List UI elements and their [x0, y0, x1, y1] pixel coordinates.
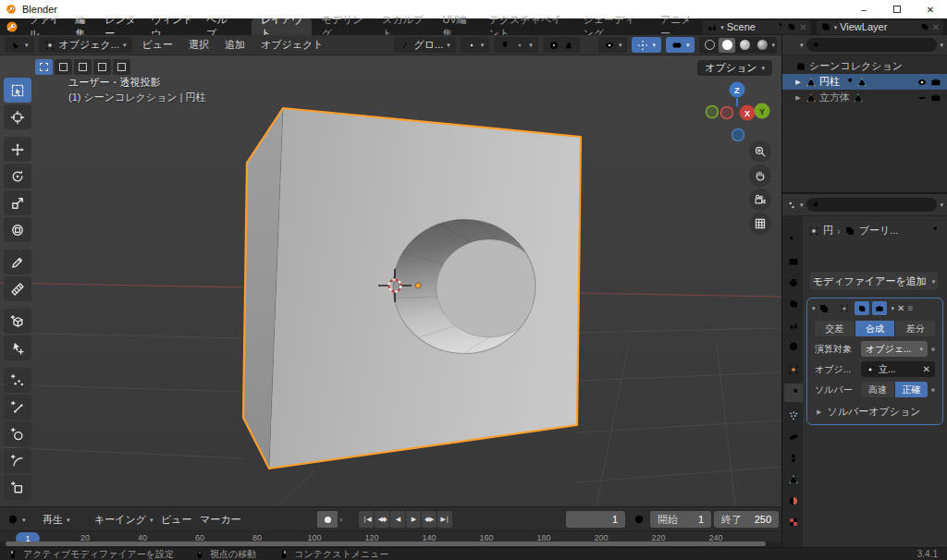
- solver-options-subpanel[interactable]: ▶ ソルバーオプション: [817, 405, 935, 419]
- disable-render-camera-icon[interactable]: [930, 92, 941, 103]
- tab-view-layer[interactable]: [784, 295, 803, 313]
- workspace-tab-texpaint[interactable]: テクスチャペイント: [480, 18, 574, 35]
- close-button[interactable]: ✕: [914, 0, 947, 18]
- breadcrumb-modifier[interactable]: ブーリ...: [859, 224, 899, 237]
- pin-icon[interactable]: [929, 225, 940, 237]
- jump-to-end-button[interactable]: ▶❘: [437, 511, 452, 528]
- extras-dropdown-icon[interactable]: ▾: [892, 305, 895, 311]
- select-mode-extend[interactable]: [74, 59, 92, 75]
- tool-3d-cursor[interactable]: [4, 104, 31, 129]
- tool-add-line[interactable]: [4, 395, 31, 420]
- marker-menu[interactable]: マーカー: [194, 507, 247, 531]
- tab-particles[interactable]: [784, 407, 803, 425]
- pivot-point-selector[interactable]: ▾: [461, 37, 490, 53]
- editor-type-button[interactable]: ▾: [5, 37, 34, 53]
- operation-union[interactable]: 合成: [855, 321, 896, 336]
- timeline-view-menu[interactable]: ビュー: [155, 507, 198, 531]
- scene-selector[interactable]: ▾ Scene ✕: [703, 20, 810, 34]
- shading-solid-button[interactable]: [719, 38, 735, 53]
- add-modifier-button[interactable]: モディファイアーを追加 ▾: [810, 272, 938, 290]
- copy-scene-icon[interactable]: [787, 22, 796, 31]
- next-keyframe-button[interactable]: ◆▶: [422, 511, 437, 528]
- breadcrumb-object[interactable]: 円: [823, 224, 833, 237]
- keying-menu[interactable]: キーイング ▾: [89, 507, 159, 531]
- play-button[interactable]: ▶: [406, 511, 421, 528]
- tool-transform[interactable]: [4, 217, 31, 242]
- outliner-row-collection[interactable]: シーンコレクション: [782, 58, 947, 74]
- copy-view-layer-icon[interactable]: [920, 22, 929, 31]
- outliner-display-mode-icon[interactable]: [786, 40, 797, 51]
- play-reverse-button[interactable]: ◀: [390, 511, 405, 528]
- pin-icon[interactable]: [775, 22, 784, 31]
- outliner-row-cube[interactable]: ▶ 立方体: [782, 90, 947, 105]
- tab-object-data[interactable]: [784, 470, 803, 489]
- zoom-view-button[interactable]: [749, 140, 771, 163]
- operation-difference[interactable]: 差分: [895, 321, 935, 336]
- filter-dropdown-icon[interactable]: ▾: [940, 201, 943, 208]
- mode-selector[interactable]: オブジェク... ▾: [39, 37, 132, 53]
- prev-keyframe-button[interactable]: ◀◆: [375, 511, 389, 528]
- viewport-options-dropdown[interactable]: オプション ▾: [697, 60, 772, 76]
- 3d-viewport[interactable]: X Y Z オプション ▾ ユーザー・透視投影 (1) シーンコレクション | …: [0, 55, 781, 506]
- view-layer-name[interactable]: ViewLayer: [840, 21, 916, 32]
- tab-object[interactable]: [784, 360, 803, 379]
- filter-dropdown-icon[interactable]: ▾: [940, 42, 943, 48]
- tool-measure[interactable]: [4, 276, 31, 301]
- overlays-toggle[interactable]: ▾: [666, 37, 695, 53]
- animate-dot[interactable]: [931, 388, 935, 392]
- camera-view-button[interactable]: [749, 189, 771, 211]
- solver-exact[interactable]: 正確: [895, 382, 929, 397]
- tab-physics[interactable]: [784, 428, 803, 446]
- realtime-display-toggle[interactable]: [855, 301, 869, 315]
- shading-wireframe-button[interactable]: [701, 38, 718, 53]
- axis-neg-z-ball[interactable]: [732, 129, 744, 141]
- outliner-search-input[interactable]: [806, 38, 938, 52]
- select-mode-subtract[interactable]: [93, 59, 111, 75]
- jump-to-start-button[interactable]: ❘◀: [359, 511, 374, 528]
- disclosure-icon[interactable]: ▶: [793, 79, 803, 86]
- disable-render-camera-icon[interactable]: [930, 77, 941, 88]
- disclosure-icon[interactable]: ▶: [793, 94, 803, 102]
- axis-gizmo[interactable]: X Y Z: [707, 82, 770, 141]
- object-visibility-dropdown[interactable]: ▾: [598, 37, 628, 53]
- auto-keyframe-button[interactable]: [317, 511, 338, 528]
- transform-orientation-selector[interactable]: グロ... ▾: [394, 37, 456, 53]
- timeline-ruler[interactable]: 1 20 40 60 80 100 120 140 160 180 200 22…: [0, 530, 781, 547]
- maximize-button[interactable]: [880, 0, 914, 18]
- operand-type-dropdown[interactable]: オブジェ... ▾: [861, 341, 928, 357]
- hidden-eye-closed-icon[interactable]: [916, 92, 928, 103]
- shading-material-button[interactable]: [736, 38, 753, 53]
- frame-end-field[interactable]: 終了 250: [714, 511, 779, 528]
- tab-world[interactable]: [784, 337, 803, 356]
- tool-select-box[interactable]: [4, 78, 31, 103]
- menu-view[interactable]: ビュー: [137, 38, 179, 52]
- blender-menu-icon[interactable]: [6, 20, 18, 33]
- tool-tweak[interactable]: [4, 335, 31, 360]
- menu-object[interactable]: オブジェクト: [255, 38, 329, 52]
- workspace-tab-uv[interactable]: UV編集: [433, 18, 479, 35]
- workspace-tab-shading[interactable]: シェーディング: [574, 18, 652, 35]
- workspace-tab-sculpting[interactable]: スカルプト: [373, 18, 434, 35]
- tool-annotate[interactable]: [4, 250, 31, 274]
- shading-rendered-button[interactable]: [754, 38, 770, 53]
- tool-add-arc[interactable]: [4, 448, 31, 473]
- outliner-row-cylinder[interactable]: ▶ 円柱: [782, 74, 947, 90]
- tool-add-vertex[interactable]: [4, 368, 31, 393]
- select-mode-new[interactable]: [55, 59, 72, 75]
- frame-start-field[interactable]: 開始 1: [650, 511, 711, 528]
- delete-modifier-icon[interactable]: ✕: [897, 303, 904, 313]
- tab-material[interactable]: [784, 492, 803, 510]
- operation-intersect[interactable]: 交差: [815, 321, 855, 336]
- expand-icon[interactable]: ▾: [812, 305, 816, 311]
- object-field[interactable]: 立... ✕: [861, 361, 935, 377]
- tab-modifiers[interactable]: [784, 383, 803, 402]
- edit-mode-display-toggle[interactable]: [837, 301, 852, 315]
- tool-add-circle[interactable]: [4, 421, 31, 446]
- menu-add[interactable]: 追加: [219, 38, 251, 52]
- select-mode-tweak[interactable]: [35, 59, 53, 75]
- tab-tool[interactable]: [784, 231, 803, 250]
- animate-dot[interactable]: [931, 347, 935, 351]
- minimize-button[interactable]: –: [847, 0, 880, 18]
- tool-scale[interactable]: [4, 190, 31, 215]
- workspace-tab-modeling[interactable]: モデリング: [312, 18, 373, 35]
